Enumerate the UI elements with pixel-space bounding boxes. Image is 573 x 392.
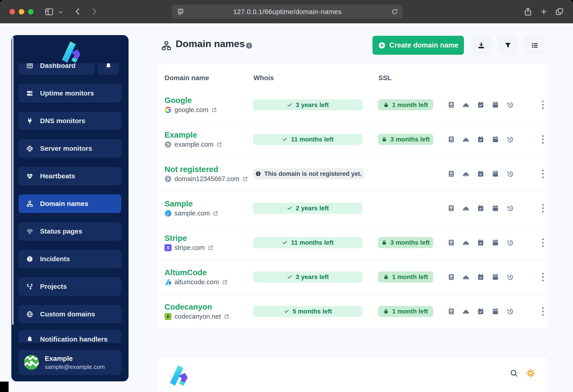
sidebar-item-domain-names[interactable]: Domain names — [18, 195, 121, 213]
toggle-sidebar-icon[interactable] — [44, 7, 54, 17]
sidebar-item-incidents[interactable]: Incidents — [18, 250, 121, 268]
info-icon[interactable] — [245, 42, 253, 49]
close-window-button[interactable] — [10, 9, 15, 15]
external-link-icon[interactable] — [216, 142, 222, 147]
domain-url-link[interactable]: example.com — [175, 141, 214, 148]
whois-details-button[interactable] — [448, 205, 455, 212]
whois-details-button[interactable] — [448, 136, 455, 143]
domain-url-link[interactable]: stripe.com — [175, 244, 205, 251]
address-bar[interactable]: 127.0.0.1/66uptime/domain-names — [172, 4, 403, 19]
sidebar-item-custom-domains[interactable]: Custom domains — [18, 305, 121, 323]
external-link-icon[interactable] — [224, 314, 230, 319]
generic-favicon — [164, 175, 172, 182]
account-card[interactable]: Example sample@example.com — [18, 350, 121, 375]
list-view-button[interactable] — [525, 36, 544, 55]
minimize-window-button[interactable] — [19, 9, 24, 15]
nameservers-button[interactable] — [462, 136, 470, 143]
row-menu-button[interactable] — [539, 169, 546, 179]
domain-name-link[interactable]: Codecanyon — [164, 303, 230, 311]
nameservers-button[interactable] — [462, 273, 470, 281]
whois-details-button[interactable] — [448, 170, 455, 178]
notifications-bell-button[interactable] — [98, 63, 119, 75]
sidebar-item-dashboard[interactable]: Dashboard — [18, 63, 95, 75]
back-button[interactable] — [73, 7, 82, 16]
sidebar-items: Uptime monitorsDNS monitorsServer monito… — [11, 84, 128, 343]
whois-calendar-button[interactable] — [477, 205, 484, 212]
nameservers-button[interactable] — [462, 205, 470, 212]
create-domain-name-button[interactable]: Create domain name — [373, 36, 464, 55]
domain-url-link[interactable]: domain12345667.com — [175, 176, 239, 182]
sidebar-item-notification-handlers[interactable]: Notification handlers — [18, 330, 121, 343]
sidebar-item-projects[interactable]: Projects — [18, 277, 121, 296]
row-menu-button[interactable] — [539, 134, 546, 145]
external-link-icon[interactable] — [211, 107, 217, 113]
row-menu-button[interactable] — [539, 203, 546, 214]
whois-calendar-button[interactable] — [477, 273, 484, 281]
page-settings-icon[interactable] — [177, 8, 184, 15]
reload-icon[interactable] — [391, 8, 398, 15]
external-link-icon[interactable] — [242, 176, 248, 182]
sidebar-item-heartbeats[interactable]: Heartbeats — [18, 167, 121, 185]
domain-name-link[interactable]: Not registered — [164, 165, 248, 173]
history-button[interactable] — [506, 136, 514, 143]
domain-name-link[interactable]: Google — [164, 96, 217, 104]
domain-url-link[interactable]: sample.com — [175, 210, 210, 217]
whois-calendar-button[interactable] — [477, 170, 484, 178]
nameservers-button[interactable] — [462, 308, 470, 315]
export-button[interactable] — [471, 36, 491, 55]
domain-name-link[interactable]: Sample — [164, 200, 218, 208]
gear-icon[interactable] — [526, 369, 536, 378]
ssl-calendar-button[interactable] — [492, 136, 499, 143]
sidebar-item-label: Uptime monitors — [40, 89, 94, 97]
external-link-icon[interactable] — [222, 279, 228, 285]
sidebar-item-status-pages[interactable]: Status pages — [18, 222, 121, 241]
row-menu-button[interactable] — [539, 272, 546, 282]
new-tab-icon[interactable] — [540, 8, 548, 16]
whois-calendar-button[interactable] — [477, 308, 484, 315]
ssl-calendar-button[interactable] — [492, 308, 499, 315]
domain-name-link[interactable]: Example — [164, 131, 222, 139]
whois-details-button[interactable] — [448, 273, 455, 281]
nameservers-button[interactable] — [462, 239, 470, 246]
domain-url-link[interactable]: google.com — [175, 107, 208, 113]
ssl-calendar-button[interactable] — [492, 205, 499, 212]
forward-button[interactable] — [90, 7, 99, 16]
external-link-icon[interactable] — [208, 245, 214, 250]
whois-calendar-button[interactable] — [477, 239, 484, 246]
tab-overview-icon[interactable] — [555, 7, 564, 16]
chevron-down-icon[interactable] — [58, 10, 63, 15]
history-button[interactable] — [506, 273, 514, 281]
sidebar-item-dns-monitors[interactable]: DNS monitors — [18, 112, 121, 130]
sidebar-item-uptime-monitors[interactable]: Uptime monitors — [18, 84, 121, 103]
history-button[interactable] — [506, 205, 514, 212]
zoom-window-button[interactable] — [28, 9, 34, 15]
account-name: Example — [45, 355, 105, 362]
history-button[interactable] — [506, 101, 514, 108]
whois-details-button[interactable] — [448, 101, 455, 108]
whois-calendar-button[interactable] — [477, 101, 484, 108]
ssl-calendar-button[interactable] — [492, 273, 499, 281]
row-menu-button[interactable] — [539, 306, 546, 317]
whois-details-button[interactable] — [448, 239, 455, 246]
sidebar-item-server-monitors[interactable]: Server monitors — [18, 139, 121, 158]
share-icon[interactable] — [523, 7, 533, 17]
filter-button[interactable] — [498, 36, 518, 55]
ssl-calendar-button[interactable] — [492, 101, 499, 108]
row-menu-button[interactable] — [539, 100, 546, 110]
nameservers-button[interactable] — [462, 170, 470, 178]
history-button[interactable] — [506, 308, 514, 315]
whois-details-button[interactable] — [448, 308, 455, 315]
history-button[interactable] — [506, 170, 514, 178]
search-icon[interactable] — [510, 369, 518, 377]
domain-url-link[interactable]: codecanyon.net — [175, 313, 221, 320]
history-button[interactable] — [506, 239, 514, 246]
domain-name-link[interactable]: Stripe — [164, 234, 214, 242]
row-menu-button[interactable] — [539, 237, 546, 248]
external-link-icon[interactable] — [213, 211, 218, 216]
ssl-calendar-button[interactable] — [492, 170, 499, 178]
domain-name-link[interactable]: AltumCode — [164, 268, 228, 276]
nameservers-button[interactable] — [462, 101, 470, 108]
ssl-calendar-button[interactable] — [492, 239, 499, 246]
domain-url-link[interactable]: altumcode.com — [175, 279, 219, 285]
whois-calendar-button[interactable] — [477, 136, 484, 143]
